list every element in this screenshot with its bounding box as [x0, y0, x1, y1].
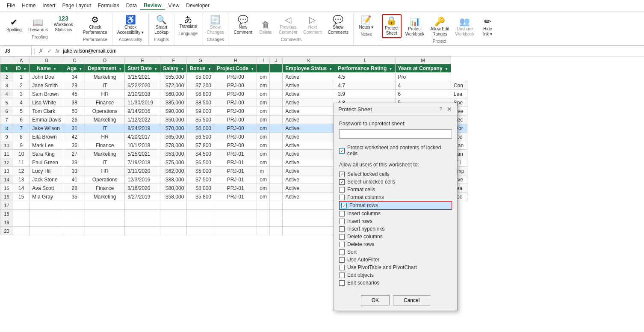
checkbox-row-format-cells[interactable]: Format cells: [339, 186, 452, 193]
cell-r4-c0[interactable]: 3: [13, 90, 30, 98]
col-header-G[interactable]: G: [187, 57, 214, 64]
cell-r5-c6[interactable]: $8,500: [187, 98, 214, 107]
checkbox-row-select-locked[interactable]: Select locked cells: [339, 170, 452, 178]
cell-r12-c3[interactable]: IT: [85, 158, 125, 167]
checkbox-insert-hyperlinks[interactable]: [339, 226, 345, 232]
cell-r8-c0[interactable]: 7: [13, 124, 30, 133]
cell-r15-c9[interactable]: [270, 184, 283, 193]
sheet-scroll[interactable]: A B C D E F G H I J K L M 1 ID ▼: [0, 56, 644, 235]
menu-insert[interactable]: Insert: [39, 1, 59, 10]
cell-r8-c3[interactable]: IT: [85, 124, 125, 133]
cell-r9-c2[interactable]: 42: [64, 133, 85, 141]
cell-r3-c2[interactable]: 29: [64, 81, 85, 90]
show-comments-button[interactable]: 💬 ShowComments: [326, 14, 351, 36]
cell-r4-c5[interactable]: $68,000: [160, 90, 187, 98]
cell-r15-c4[interactable]: 8/16/2020: [125, 184, 160, 193]
hide-ink-button[interactable]: ✏ HideInk ▾: [478, 16, 497, 38]
cell-r8-c4[interactable]: 8/24/2019: [125, 124, 160, 133]
cell-r14-c10[interactable]: Active: [283, 175, 335, 184]
checkbox-select-unlocked[interactable]: [339, 179, 345, 185]
cell-r10-c4[interactable]: 10/1/2018: [125, 141, 160, 150]
cell-r15-c1[interactable]: Ava Scott: [30, 184, 64, 193]
cell-r20-c3[interactable]: [85, 227, 125, 235]
col-header-K[interactable]: K: [283, 57, 335, 64]
cell-r5-c8[interactable]: om: [257, 98, 270, 107]
cell-r4-c7[interactable]: PRJ-00: [214, 90, 257, 98]
checkbox-row-format-columns[interactable]: Format columns: [339, 193, 452, 201]
cell-r17-c3[interactable]: [85, 201, 125, 210]
cell-r11-c3[interactable]: Marketing: [85, 150, 125, 158]
cell-r19-c8[interactable]: [257, 218, 270, 227]
unshare-workbook-button[interactable]: 👥 UnshareWorkbook: [453, 16, 476, 38]
cell-r6-c6[interactable]: $9,000: [187, 107, 214, 116]
cell-r3-c5[interactable]: $72,000: [160, 81, 187, 90]
cell-r7-c3[interactable]: Marketing: [85, 116, 125, 124]
cell-r7-c8[interactable]: om: [257, 116, 270, 124]
cell-r10-c1[interactable]: Mark Lee: [30, 141, 64, 150]
protect-worksheet-row[interactable]: Protect worksheet and contents of locked…: [339, 144, 452, 157]
cell-r18-c2[interactable]: [64, 210, 85, 218]
cell-r19-c2[interactable]: [64, 218, 85, 227]
cell-r13-c4[interactable]: 3/11/2020: [125, 167, 160, 175]
cell-r15-c7[interactable]: PRJ-01: [214, 184, 257, 193]
cell-r4-c9[interactable]: [270, 90, 283, 98]
cell-r6-c2[interactable]: 50: [64, 107, 85, 116]
protect-workbook-button[interactable]: 📊 ProtectWorkbook: [403, 16, 427, 38]
col-header-F[interactable]: F: [160, 57, 187, 64]
cell-r6-c8[interactable]: om: [257, 107, 270, 116]
cell-r19-c0[interactable]: [13, 218, 30, 227]
menu-data[interactable]: Data: [123, 1, 140, 10]
cell-r2-c8[interactable]: om: [257, 73, 270, 81]
cell-r9-c0[interactable]: 8: [13, 133, 30, 141]
show-changes-button[interactable]: 🔄 ShowChanges: [205, 14, 226, 36]
cell-r20-c2[interactable]: [64, 227, 85, 235]
cell-r3-c13[interactable]: Con: [451, 81, 467, 90]
cell-r12-c7[interactable]: PRJ-01: [214, 158, 257, 167]
cell-r6-c4[interactable]: 9/14/2016: [125, 107, 160, 116]
cell-r20-c9[interactable]: [270, 227, 283, 235]
cell-r9-c5[interactable]: $65,000: [160, 133, 187, 141]
cell-r12-c5[interactable]: $75,000: [160, 158, 187, 167]
notes-button[interactable]: 📝 Notes ▾: [357, 14, 375, 31]
cell-r13-c10[interactable]: Active: [283, 167, 335, 175]
cell-r16-c6[interactable]: $5,800: [187, 193, 214, 201]
cell-r5-c0[interactable]: 4: [13, 98, 30, 107]
cell-r13-c9[interactable]: [270, 167, 283, 175]
cell-r12-c10[interactable]: Active: [283, 158, 335, 167]
cell-r4-c3[interactable]: HR: [85, 90, 125, 98]
cell-r18-c5[interactable]: [160, 210, 187, 218]
protect-worksheet-checkbox[interactable]: [339, 148, 345, 154]
cell-r16-c2[interactable]: 35: [64, 193, 85, 201]
thesaurus-button[interactable]: 📖 Thesaurus: [26, 17, 50, 34]
checkbox-row-insert-rows[interactable]: Insert rows: [339, 217, 452, 225]
cell-r4-c2[interactable]: 45: [64, 90, 85, 98]
smart-lookup-button[interactable]: 🔍 SmartLookup: [152, 14, 171, 36]
menu-review[interactable]: Review: [140, 1, 165, 10]
cell-r9-c7[interactable]: PRJ-00: [214, 133, 257, 141]
cell-r4-c13[interactable]: Lea: [451, 90, 467, 98]
cell-r5-c3[interactable]: Finance: [85, 98, 125, 107]
cell-r19-c7[interactable]: [214, 218, 257, 227]
cell-r2-c12[interactable]: Pro: [395, 73, 451, 81]
cell-r6-c5[interactable]: $90,000: [160, 107, 187, 116]
cell-r2-c7[interactable]: PRJ-00: [214, 73, 257, 81]
checkbox-insert-rows[interactable]: [339, 219, 345, 224]
cell-r3-c9[interactable]: [270, 81, 283, 90]
cell-r5-c1[interactable]: Lisa White: [30, 98, 64, 107]
cell-r16-c0[interactable]: 15: [13, 193, 30, 201]
cell-r3-c11[interactable]: 4.7: [335, 81, 395, 90]
cell-r14-c3[interactable]: Operations: [85, 175, 125, 184]
cell-r2-c4[interactable]: 3/15/2021: [125, 73, 160, 81]
cell-r10-c8[interactable]: om: [257, 141, 270, 150]
menu-formulas[interactable]: Formulas: [95, 1, 123, 10]
cell-r5-c7[interactable]: PRJ-00: [214, 98, 257, 107]
col-header-I[interactable]: I: [257, 57, 270, 64]
cell-r18-c0[interactable]: [13, 210, 30, 218]
cell-r17-c2[interactable]: [64, 201, 85, 210]
cell-r2-c3[interactable]: Marketing: [85, 73, 125, 81]
cell-r14-c9[interactable]: [270, 175, 283, 184]
cell-r6-c7[interactable]: PRJ-00: [214, 107, 257, 116]
cell-r4-c11[interactable]: 3.9: [335, 90, 395, 98]
cell-r17-c7[interactable]: [214, 201, 257, 210]
cell-r3-c12[interactable]: 4: [395, 81, 451, 90]
